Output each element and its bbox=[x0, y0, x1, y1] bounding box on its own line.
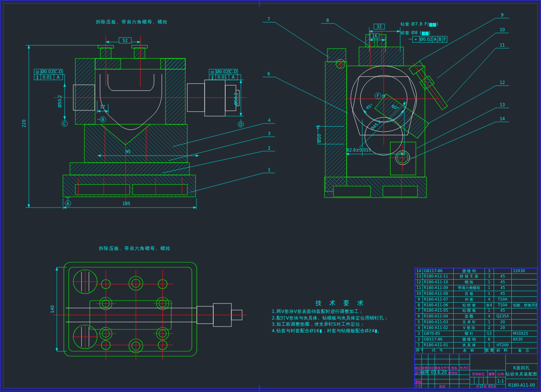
bom-cell: 铰 链 叉 座 bbox=[454, 274, 485, 280]
bom-cell bbox=[512, 342, 537, 348]
bom-cell: 钻套、铰套共图 bbox=[512, 302, 537, 308]
tb-standard-label: 标准化 bbox=[448, 371, 458, 375]
ream-bush-note: 铰套 Ø8 (▆▆) bbox=[401, 30, 431, 35]
bom-cell: 钻 铰 套 bbox=[454, 302, 485, 308]
tech-req-line: 4.钻套与衬套配合Ø16▮，衬套与钻模板配合Ø24▮。 bbox=[272, 328, 410, 334]
bom-cell: 1 bbox=[485, 280, 494, 285]
bom-cell: 1 bbox=[485, 320, 494, 325]
bom-cell: R180-A11-07 bbox=[422, 296, 454, 302]
bom-cell bbox=[512, 296, 537, 302]
bom-cell: 45 bbox=[494, 274, 511, 280]
bom-cell: 螺 栓 bbox=[454, 280, 485, 285]
bom-cell: R180-A11-11 bbox=[422, 274, 454, 280]
bom-cell: 3 bbox=[485, 274, 494, 280]
balloon-8: 8 bbox=[326, 18, 329, 23]
bom-cell: GB117-86 bbox=[422, 268, 454, 274]
bom-header-cell: 代 号 bbox=[422, 348, 454, 354]
bom-header-cell: 序号 bbox=[415, 348, 422, 354]
bom-cell: 圆 锥 销 bbox=[454, 336, 485, 342]
datum-d: D bbox=[239, 122, 243, 127]
bom-cell: V 形 块 bbox=[454, 325, 485, 331]
tb-stage-label: 阶段标记 bbox=[472, 372, 485, 376]
dim-dia-right: Ø50.2 bbox=[234, 93, 238, 105]
bom-cell bbox=[512, 291, 537, 296]
sheet-count: 12 bbox=[479, 385, 483, 388]
bom-cell: 4 bbox=[485, 314, 494, 320]
fcf-side: ⌖ Ø0.02 A B F bbox=[408, 36, 447, 42]
bom-cell: 6 bbox=[485, 336, 494, 342]
bom-row: 5R180-A11-03支 承 钉120 bbox=[415, 320, 537, 325]
balloon-10: 10 bbox=[500, 28, 505, 32]
fcf-symbol: ◎ bbox=[36, 70, 40, 74]
bom-row: 3GB70-85螺 钉13M10X25 bbox=[415, 331, 537, 336]
fcf-value: 0.01 bbox=[43, 75, 52, 79]
fcf-value: Ø0.02 bbox=[216, 70, 229, 74]
tb-designer: 徐萍 bbox=[420, 370, 429, 375]
bom-cell: 3 bbox=[485, 268, 494, 274]
dim-45deg: 45° bbox=[365, 103, 374, 110]
fcf-symbol: ◎ bbox=[211, 70, 215, 74]
bom-cell bbox=[512, 280, 537, 285]
bom-cell: 螺 钉 bbox=[454, 331, 485, 336]
side-view bbox=[324, 31, 450, 200]
tb-label-count: 处数 bbox=[422, 366, 429, 370]
fcf-symbol: ⌖ bbox=[415, 37, 417, 42]
drawing-number: R180-A11-00 bbox=[508, 383, 535, 387]
fcf-datum-ref: A bbox=[232, 75, 235, 79]
tb-scale-label: 比例 bbox=[498, 372, 504, 376]
tech-req-line: 3.加工前调整垫圈，使支承钉5对工件定位； bbox=[272, 321, 410, 328]
technical-requirements: 技 术 要 求 1.两V形块V形表面待装配时进行调整加工； 2.配打V形块与夹具… bbox=[272, 299, 410, 334]
tech-req-line: 2.配打V形块与夹具体、钻模板与夹具体定位用销钉孔； bbox=[272, 315, 410, 322]
bom-cell bbox=[512, 274, 537, 280]
bom-cell: 45 bbox=[494, 308, 511, 314]
bom-cell: 垫 圈 bbox=[454, 314, 485, 320]
bom-cell: R180-A11-05 bbox=[422, 308, 454, 314]
remove-note-top: 拆除压板、带肩六角螺母、螺栓 bbox=[96, 19, 168, 25]
fcf-datum-ref: C-D bbox=[229, 70, 237, 74]
bom-cell: 1 bbox=[485, 285, 494, 291]
bom-cell: HT200 bbox=[494, 342, 511, 348]
bom-cell bbox=[494, 331, 511, 336]
bom-cell: 1 bbox=[485, 308, 494, 314]
bom-cell: 45 bbox=[494, 291, 511, 296]
bom-cell bbox=[494, 336, 511, 342]
bom-table: 14GB117-86圆 锥 销312X3013R180-A11-11铰 链 叉 … bbox=[415, 268, 538, 354]
balloon-1: 1 bbox=[268, 168, 270, 172]
bom-cell bbox=[512, 308, 537, 314]
balloon-6: 6 bbox=[268, 72, 270, 76]
fcf-symbol: ∥ bbox=[37, 75, 39, 80]
bom-cell: 12X30 bbox=[512, 268, 537, 274]
tb-label-change-doc: 更改文件号 bbox=[434, 366, 450, 370]
bom-cell: R180-A11-08 bbox=[422, 291, 454, 296]
bom-cell: 5 bbox=[415, 320, 422, 325]
bom-cell: 6 bbox=[415, 314, 422, 320]
dim-195: 195 bbox=[122, 201, 130, 206]
bom-row: 13R180-A11-11铰 链 叉 座345 bbox=[415, 274, 537, 280]
dim-dia10: Ø10 bbox=[317, 134, 322, 143]
sheet-info-suf: 张 bbox=[493, 385, 497, 388]
tb-process-label: 工艺 bbox=[415, 385, 422, 388]
dim-dia-left: Ø50.2 bbox=[58, 95, 62, 107]
bom-cell bbox=[512, 314, 537, 320]
right-wall bbox=[166, 58, 185, 124]
bom-cell: 14 bbox=[415, 268, 422, 274]
bom-cell bbox=[512, 320, 537, 325]
bom-row: 7R180-A11-05钻 模 板145 bbox=[415, 308, 537, 314]
fcf-symbol: ∥ bbox=[212, 75, 214, 80]
balloon-4: 4 bbox=[268, 118, 270, 123]
fcf-value: Ø0.02 bbox=[420, 37, 432, 42]
drawing-title-line1: K面四孔 bbox=[513, 366, 530, 370]
bom-cell: 45 bbox=[494, 285, 511, 291]
bom-cell: GB70-85 bbox=[422, 331, 454, 336]
dim-95: 95 bbox=[126, 149, 131, 154]
balloon-7: 7 bbox=[268, 17, 270, 21]
bom-cell: 4 bbox=[485, 296, 494, 302]
bom-cell: T10A bbox=[494, 296, 511, 302]
front-view bbox=[54, 35, 247, 206]
bom-cell: R180-A11-01 bbox=[422, 342, 454, 348]
fcf-datum-ref: A bbox=[434, 37, 437, 42]
bom-cell: 8 bbox=[415, 302, 422, 308]
bom-cell: 支 承 钉 bbox=[454, 320, 485, 325]
tb-label-date: 年月日 bbox=[459, 366, 469, 370]
dim-220: 220 bbox=[22, 119, 26, 127]
